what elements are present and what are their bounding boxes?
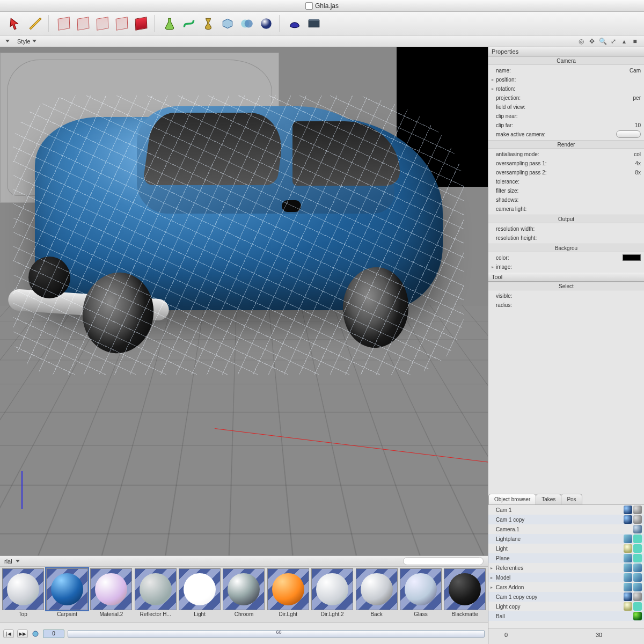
material-label: Light [194, 611, 206, 617]
material-swatch[interactable]: Material.2 [90, 568, 133, 621]
maximize-icon[interactable]: ■ [631, 38, 639, 45]
object-row[interactable]: Camera.1 [488, 524, 644, 534]
flask-tool-icon[interactable] [161, 15, 178, 32]
object-row[interactable]: Light copy [488, 602, 644, 611]
style-dropdown[interactable]: Style [17, 38, 36, 45]
material-swatch[interactable]: Dir.Lght.2 [311, 568, 354, 621]
transparent-cube-icon[interactable] [219, 15, 236, 32]
timeline-play-icon[interactable]: ▶▶ [17, 630, 28, 638]
frame-icon[interactable]: ⤢ [610, 38, 617, 45]
color-swatch[interactable] [623, 254, 641, 261]
tab-takes[interactable]: Takes [536, 494, 561, 504]
material-swatch[interactable]: Glass [399, 568, 442, 621]
property-row[interactable]: ▸position: [488, 75, 644, 84]
property-value[interactable] [566, 130, 641, 139]
pan-icon[interactable]: ✥ [588, 38, 596, 45]
property-value[interactable]: 10 [566, 122, 641, 128]
property-row[interactable]: ▸rotation: [488, 84, 644, 93]
prim-box-solid-icon[interactable] [133, 15, 150, 32]
orbit-icon[interactable]: ◎ [577, 38, 585, 45]
property-row[interactable]: color: [488, 253, 644, 262]
material-sphere-icon[interactable] [258, 15, 275, 32]
property-row[interactable]: oversampling pass 2:8x [488, 168, 644, 177]
render-tool-icon[interactable] [286, 15, 303, 32]
object-row[interactable]: Cam 1 [488, 505, 644, 515]
property-row[interactable]: filter size: [488, 186, 644, 195]
property-value[interactable]: 8x [566, 170, 641, 175]
property-value[interactable]: 4x [566, 160, 641, 166]
property-value[interactable]: Cam [566, 68, 641, 74]
camera-toggle-icon[interactable]: ▴ [620, 38, 628, 45]
prim-box-wire3-icon[interactable] [94, 15, 111, 32]
object-row[interactable]: Lightplane [488, 534, 644, 544]
property-row[interactable]: name:Cam [488, 66, 644, 75]
object-row[interactable]: Plane [488, 553, 644, 563]
material-browser[interactable]: TopCarpaintMaterial.2Reflector H...Light… [0, 567, 488, 623]
property-value[interactable] [566, 254, 641, 262]
object-row[interactable]: ▸Model [488, 573, 644, 582]
material-swatch[interactable]: Light [178, 568, 221, 621]
timeline-track[interactable]: 60 [68, 630, 485, 638]
tab-object-browser[interactable]: Object browser [488, 494, 536, 504]
material-swatch[interactable]: Dir.Lght [267, 568, 309, 621]
property-row[interactable]: visible: [488, 291, 644, 301]
animation-tool-icon[interactable] [305, 15, 323, 32]
object-row[interactable]: Cam 1 copy copy [488, 592, 644, 602]
3d-viewport[interactable] [0, 47, 488, 556]
tab-pose[interactable]: Pos [561, 494, 582, 504]
property-row[interactable]: make active camera: [488, 130, 644, 139]
object-name: Lightplane [496, 536, 623, 542]
object-type-icon [633, 602, 642, 611]
prim-box-wire4-icon[interactable] [113, 15, 130, 32]
car-model[interactable] [13, 96, 464, 375]
property-row[interactable]: oversampling pass 1:4x [488, 159, 644, 168]
object-name: Cam 1 copy copy [496, 594, 623, 600]
property-row[interactable]: resolution width: [488, 224, 644, 233]
vase-tool-icon[interactable] [200, 15, 217, 32]
property-row[interactable]: antialiasing mode:col [488, 150, 644, 159]
property-value[interactable]: per [566, 95, 641, 101]
object-browser-list[interactable]: Cam 1Cam 1 copyCamera.1LightplaneLightPl… [488, 504, 644, 628]
object-row[interactable]: Cam 1 copy [488, 515, 644, 524]
material-swatch[interactable]: Chroom [223, 568, 265, 621]
current-frame-field[interactable]: 0 [43, 630, 64, 638]
material-dropdown-icon[interactable] [16, 560, 20, 562]
object-row[interactable]: ▸Referenties [488, 563, 644, 573]
material-swatch[interactable]: Blackmatte [444, 568, 486, 621]
property-row[interactable]: resolution height: [488, 233, 644, 243]
properties-panel-title: Properties [488, 47, 644, 56]
ruler-tool-icon[interactable] [27, 15, 44, 32]
background-section-title: Backgrou [488, 244, 644, 252]
view-dropdown[interactable] [5, 40, 10, 42]
browser-ruler: 0 30 [488, 628, 644, 644]
property-row[interactable]: clip far:10 [488, 121, 644, 130]
object-row[interactable]: ▸Cars Addon [488, 582, 644, 592]
material-swatch[interactable]: Back [355, 568, 398, 621]
document-title: Ghia.jas [315, 2, 339, 10]
timeline-skip-start-icon[interactable]: |◀ [3, 630, 14, 638]
keyframe-icon[interactable] [31, 630, 40, 638]
object-type-icon [633, 612, 642, 620]
property-row[interactable]: camera light: [488, 204, 644, 214]
property-row[interactable]: field of view: [488, 103, 644, 112]
arrow-tool-icon[interactable] [8, 15, 25, 32]
object-row[interactable]: Light [488, 544, 644, 553]
zoom-icon[interactable]: 🔍 [599, 38, 606, 45]
prim-box-wire-icon[interactable] [55, 15, 72, 32]
property-row[interactable]: projection:per [488, 93, 644, 103]
property-row[interactable]: clip near: [488, 112, 644, 121]
boolean-tool-icon[interactable] [238, 15, 255, 32]
property-row[interactable]: shadows: [488, 195, 644, 204]
curve-tool-icon[interactable] [180, 15, 197, 32]
object-row[interactable]: Ball [488, 611, 644, 621]
property-row[interactable]: radius: [488, 301, 644, 310]
make-active-button[interactable] [616, 130, 641, 138]
property-row[interactable]: tolerance: [488, 177, 644, 186]
material-swatch[interactable]: Top [2, 568, 44, 621]
material-search-input[interactable] [403, 557, 484, 565]
prim-box-wire2-icon[interactable] [75, 15, 92, 32]
material-swatch[interactable]: Reflector H... [134, 568, 177, 621]
property-value[interactable]: col [566, 151, 641, 157]
material-swatch[interactable]: Carpaint [46, 568, 88, 621]
property-row[interactable]: ▸image: [488, 262, 644, 272]
